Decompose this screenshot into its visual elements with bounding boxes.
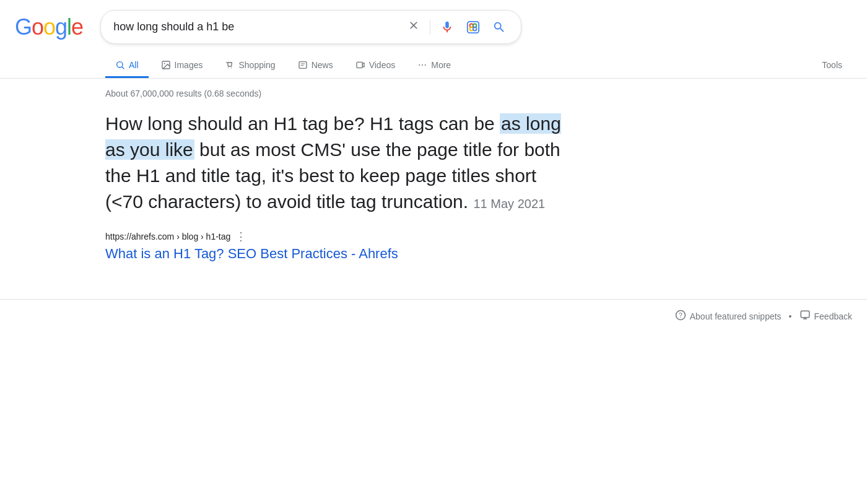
tab-images-label: Images <box>175 60 203 70</box>
svg-point-8 <box>229 67 229 68</box>
tab-shopping[interactable]: Shopping <box>215 54 285 78</box>
search-result: https://ahrefs.com › blog › h1-tag ⋮ Wha… <box>105 230 576 262</box>
dot-separator: • <box>789 311 792 321</box>
svg-point-4 <box>473 27 477 31</box>
result-more-icon[interactable]: ⋮ <box>235 230 246 243</box>
tab-more-label: More <box>431 60 451 70</box>
tab-news[interactable]: News <box>288 54 343 78</box>
tab-all[interactable]: All <box>105 54 149 78</box>
news-icon <box>298 60 308 70</box>
search-icon <box>492 20 506 34</box>
image-search-button[interactable] <box>464 18 482 37</box>
svg-text:?: ? <box>679 311 682 319</box>
result-url-row: https://ahrefs.com › blog › h1-tag ⋮ <box>105 230 576 243</box>
logo-o2: o <box>43 14 55 40</box>
svg-point-5 <box>117 62 123 67</box>
search-bar: how long should a h1 be <box>100 10 521 44</box>
svg-point-14 <box>419 64 420 66</box>
search-icons <box>405 17 508 37</box>
header: Google how long should a h1 be <box>0 0 867 44</box>
svg-point-15 <box>422 64 423 66</box>
voice-search-button[interactable] <box>438 18 456 37</box>
svg-rect-10 <box>299 62 307 69</box>
snippet-text-before: How long should an H1 tag be? H1 tags ca… <box>105 113 500 134</box>
results-container: About 67,000,000 results (0.68 seconds) … <box>0 79 867 274</box>
svg-point-7 <box>163 63 165 64</box>
logo-e: e <box>71 14 83 40</box>
videos-icon <box>355 60 365 70</box>
feedback-label: Feedback <box>814 311 852 321</box>
search-button[interactable] <box>490 18 508 37</box>
nav-tabs: All Images Shopping News Videos More <box>0 49 867 79</box>
shopping-icon <box>225 60 235 70</box>
about-snippets-label: About featured snippets <box>690 311 782 321</box>
close-icon <box>407 19 420 35</box>
logo-g2: g <box>55 14 67 40</box>
result-title-link[interactable]: What is an H1 Tag? SEO Best Practices - … <box>105 246 398 261</box>
feedback-item[interactable]: Feedback <box>799 310 852 323</box>
tab-videos[interactable]: Videos <box>346 54 406 78</box>
snippet-text: How long should an H1 tag be? H1 tags ca… <box>105 111 576 215</box>
svg-point-16 <box>425 64 426 66</box>
search-input[interactable]: how long should a h1 be <box>113 20 398 33</box>
logo-o1: o <box>32 14 43 40</box>
svg-rect-19 <box>801 311 809 318</box>
images-icon <box>161 60 171 70</box>
svg-rect-13 <box>357 62 362 67</box>
logo-g: G <box>15 14 32 40</box>
tab-more[interactable]: More <box>407 54 461 78</box>
featured-snippet: How long should an H1 tag be? H1 tags ca… <box>105 111 576 215</box>
question-icon: ? <box>675 310 686 323</box>
svg-point-9 <box>231 67 232 68</box>
about-snippets-item[interactable]: ? About featured snippets <box>675 310 782 323</box>
logo-l: l <box>67 14 71 40</box>
tab-all-label: All <box>129 60 139 70</box>
mic-icon <box>440 20 454 34</box>
snippet-date: 11 May 2021 <box>474 197 546 211</box>
results-count: About 67,000,000 results (0.68 seconds) <box>105 89 762 98</box>
tab-shopping-label: Shopping <box>238 60 275 70</box>
tab-videos-label: Videos <box>369 60 396 70</box>
google-logo[interactable]: Google <box>15 14 83 40</box>
clear-button[interactable] <box>405 17 422 37</box>
more-dots-icon <box>417 60 427 70</box>
lens-icon <box>466 20 480 34</box>
tools-button[interactable]: Tools <box>812 54 852 78</box>
tab-news-label: News <box>312 60 333 70</box>
svg-rect-0 <box>468 21 479 32</box>
result-url: https://ahrefs.com › blog › h1-tag <box>105 232 230 241</box>
feedback-icon <box>799 310 811 323</box>
divider <box>430 20 430 35</box>
tab-images[interactable]: Images <box>151 54 213 78</box>
all-icon <box>115 60 125 70</box>
bottom-bar: ? About featured snippets • Feedback <box>0 299 867 332</box>
